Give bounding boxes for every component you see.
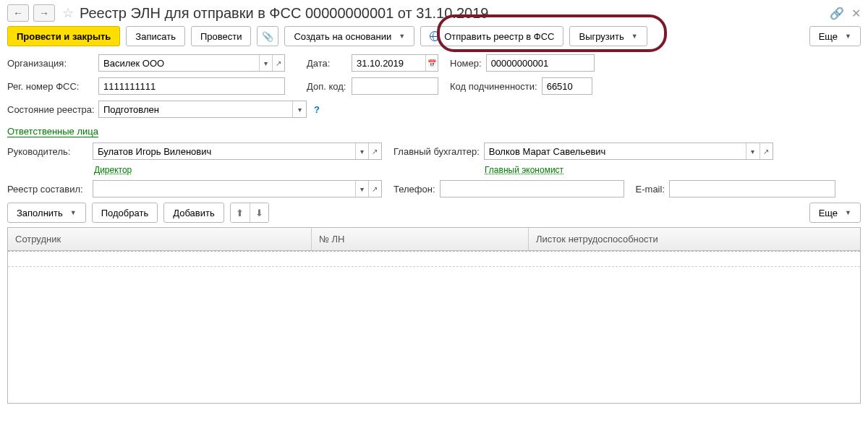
open-button[interactable]: ↗	[760, 143, 773, 159]
pick-button[interactable]: Подобрать	[92, 203, 158, 223]
save-button[interactable]: Записать	[126, 26, 185, 46]
open-button[interactable]: ↗	[272, 55, 284, 71]
fss-reg-field-wrap	[98, 77, 285, 95]
chevron-down-icon: ▼	[631, 33, 638, 40]
chevron-down-icon: ▼	[845, 33, 851, 40]
head-field-wrap: ▾ ↗	[93, 143, 382, 160]
organization-field-wrap: ▾ ↗	[98, 54, 285, 72]
open-button[interactable]: ↗	[368, 181, 381, 197]
calendar-icon[interactable]: 📅	[425, 55, 438, 71]
subordination-code-label: Код подчиненности:	[450, 81, 537, 92]
nav-forward-button[interactable]: →	[33, 4, 55, 22]
move-up-button[interactable]: ⬆	[231, 203, 250, 222]
fill-label: Заполнить	[17, 208, 63, 218]
email-field-wrap	[669, 180, 835, 197]
subordination-code-input[interactable]	[542, 78, 592, 94]
attach-button[interactable]: 📎	[257, 26, 278, 46]
phone-input[interactable]	[441, 181, 624, 197]
dropdown-toggle[interactable]: ▾	[355, 143, 368, 159]
organization-label: Организация:	[7, 58, 94, 69]
fill-button[interactable]: Заполнить ▼	[7, 203, 86, 223]
add-button[interactable]: Добавить	[163, 203, 224, 223]
head-label: Руководитель:	[7, 146, 88, 157]
link-icon[interactable]: 🔗	[830, 7, 844, 20]
extra-code-input[interactable]	[352, 78, 438, 94]
responsible-persons-header: Ответственные лица	[7, 126, 98, 137]
extra-code-label: Доп. код:	[307, 81, 347, 92]
arrow-left-icon: ←	[13, 7, 23, 19]
send-to-fss-label: Отправить реестр в ФСС	[444, 31, 554, 42]
registry-state-input[interactable]	[99, 101, 292, 117]
phone-label: Телефон:	[393, 184, 435, 195]
send-to-fss-button[interactable]: Отправить реестр в ФСС	[420, 26, 563, 46]
create-based-on-button[interactable]: Создать на основании ▼	[284, 26, 414, 46]
help-icon[interactable]: ?	[314, 104, 320, 115]
table-more-button[interactable]: Еще ▼	[809, 203, 861, 223]
paperclip-icon: 📎	[262, 31, 273, 42]
post-button[interactable]: Провести	[191, 26, 252, 46]
number-input[interactable]	[487, 55, 594, 71]
create-based-on-label: Создать на основании	[294, 31, 391, 42]
column-ln-number[interactable]: № ЛН	[312, 228, 529, 250]
chief-accountant-label: Главный бухгалтер:	[393, 146, 480, 157]
phone-field-wrap	[440, 180, 624, 197]
chevron-down-icon: ▼	[399, 33, 405, 40]
table-body[interactable]	[8, 251, 860, 403]
registry-compiled-by-label: Реестр составил:	[7, 184, 88, 195]
table-header: Сотрудник № ЛН Листок нетрудоспособности	[8, 228, 860, 251]
registry-compiled-by-input[interactable]	[93, 181, 355, 197]
head-position-link[interactable]: Директор	[94, 165, 132, 175]
fss-reg-input[interactable]	[99, 78, 284, 94]
column-employee[interactable]: Сотрудник	[8, 228, 312, 250]
table-more-label: Еще	[819, 208, 838, 218]
date-input[interactable]	[352, 55, 425, 71]
nav-back-button[interactable]: ←	[7, 4, 29, 22]
fss-reg-label: Рег. номер ФСС:	[7, 81, 94, 92]
registry-compiled-by-field-wrap: ▾ ↗	[93, 180, 382, 197]
more-label: Еще	[819, 31, 838, 42]
post-and-close-button[interactable]: Провести и закрыть	[7, 26, 120, 46]
move-group: ⬆ ⬇	[230, 203, 269, 223]
email-input[interactable]	[670, 181, 835, 197]
chevron-down-icon: ▼	[70, 209, 77, 216]
arrow-right-icon: →	[39, 7, 49, 19]
dropdown-toggle[interactable]: ▾	[259, 55, 271, 71]
move-down-button[interactable]: ⬇	[250, 203, 268, 222]
dropdown-toggle[interactable]: ▾	[355, 181, 368, 197]
export-button[interactable]: Выгрузить ▼	[569, 26, 647, 46]
chief-accountant-position-link[interactable]: Главный экономист	[485, 165, 563, 175]
dropdown-toggle[interactable]: ▾	[292, 101, 306, 117]
favorite-star-icon[interactable]: ☆	[62, 5, 74, 21]
close-icon[interactable]: ✕	[851, 7, 861, 20]
date-field-wrap: 📅	[352, 54, 438, 72]
date-label: Дата:	[307, 58, 347, 69]
subordination-code-field-wrap	[542, 77, 592, 95]
table: Сотрудник № ЛН Листок нетрудоспособности	[7, 227, 861, 404]
open-button[interactable]: ↗	[368, 143, 381, 159]
page-title: Реестр ЭЛН для отправки в ФСС 0000000000…	[80, 5, 825, 22]
chief-accountant-field-wrap: ▾ ↗	[484, 143, 773, 160]
extra-code-field-wrap	[352, 77, 438, 95]
registry-state-field-wrap: ▾	[98, 101, 307, 118]
export-label: Выгрузить	[579, 31, 624, 42]
arrow-down-icon: ⬇	[255, 208, 263, 218]
column-sick-leave[interactable]: Листок нетрудоспособности	[529, 228, 860, 250]
head-input[interactable]	[93, 143, 355, 159]
organization-input[interactable]	[99, 55, 259, 71]
email-label: E-mail:	[636, 184, 665, 195]
registry-state-label: Состояние реестра:	[7, 104, 94, 115]
dropdown-toggle[interactable]: ▾	[746, 143, 759, 159]
chief-accountant-input[interactable]	[485, 143, 746, 159]
chevron-down-icon: ▼	[845, 209, 851, 216]
globe-icon	[430, 31, 440, 41]
number-field-wrap	[486, 54, 595, 72]
more-button[interactable]: Еще ▼	[809, 26, 861, 46]
arrow-up-icon: ⬆	[236, 208, 244, 218]
number-label: Номер:	[450, 58, 482, 69]
